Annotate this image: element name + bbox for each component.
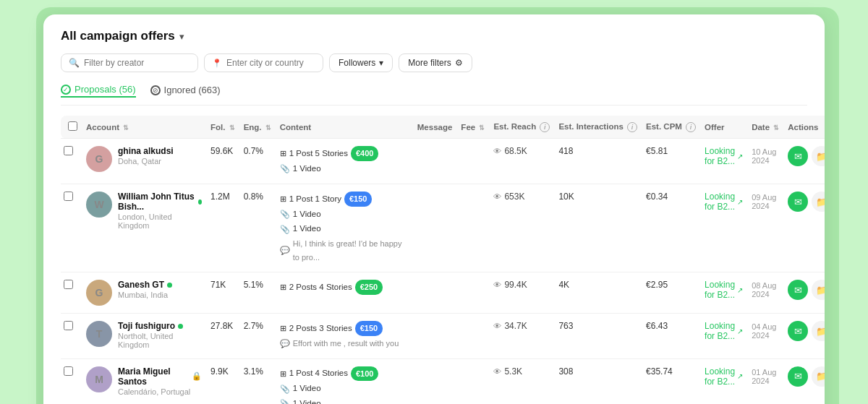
account-cell: W William John Titus Bish... London, Uni…	[86, 192, 202, 230]
content-line: 📎1 Video	[280, 222, 409, 236]
fee-cell	[456, 272, 489, 314]
filters-row: 🔍 📍 Followers ▾ More filters ⚙	[61, 53, 807, 72]
folder-action-button[interactable]: 📁	[812, 280, 825, 300]
content-text: 2 Posts 3 Stories	[289, 322, 352, 336]
engagement-value: 0.7%	[239, 139, 276, 184]
followers-filter-button[interactable]: Followers ▾	[329, 53, 393, 72]
offer-link[interactable]: Looking for B2... ↗	[705, 192, 743, 212]
table-row: M Maria Miguel Santos 🔒 Calendário, Port…	[61, 358, 825, 404]
actions-cell: ✉ 📁 ✕	[783, 314, 825, 358]
title-chevron-icon[interactable]: ▾	[179, 31, 184, 42]
fol-sort-icon[interactable]: ⇅	[229, 124, 235, 132]
table-body: G ghina alkudsi Doha, Qatar 59.6K0.7%⊞1 …	[61, 139, 825, 405]
select-all-checkbox[interactable]	[68, 121, 77, 131]
interactions-info-icon[interactable]: i	[627, 122, 637, 132]
message-action-button[interactable]: ✉	[788, 280, 808, 300]
account-location: Mumbai, India	[118, 291, 172, 299]
post-icon: ⊞	[280, 322, 286, 335]
ignored-tab-icon: ⊘	[150, 85, 161, 95]
actions-group: ✉ 📁 ✕	[788, 366, 825, 387]
content-line: 💬Effort with me , result with you	[280, 337, 409, 351]
message-action-button[interactable]: ✉	[788, 366, 808, 387]
message-icon: 💬	[280, 337, 290, 351]
more-filters-label: More filters	[408, 58, 451, 68]
proposals-tab-icon: ✓	[61, 85, 71, 95]
creator-input[interactable]	[84, 58, 190, 68]
followers-chevron-icon: ▾	[379, 58, 383, 68]
folder-action-button[interactable]: 📁	[812, 366, 825, 387]
followers-value: 71K	[206, 272, 239, 314]
followers-value: 1.2M	[206, 184, 239, 272]
offer-link[interactable]: Looking for B2... ↗	[705, 321, 743, 341]
post-icon: ⊞	[280, 147, 286, 160]
content-line: 💬Hi, I think is great! I'd be happy to p…	[280, 237, 409, 264]
followers-label: Followers	[339, 58, 375, 68]
message-action-button[interactable]: ✉	[788, 146, 808, 166]
actions-cell: ✉ 📁 ✕	[783, 358, 825, 404]
offer-link[interactable]: Looking for B2... ↗	[705, 280, 743, 300]
row-checkbox-1[interactable]	[64, 146, 73, 155]
avatar: M	[86, 366, 112, 392]
offer-cell: Looking for B2... ↗	[700, 139, 747, 184]
tab-proposals[interactable]: ✓ Proposals (56)	[61, 84, 136, 98]
fee-cell	[456, 314, 489, 358]
folder-action-button[interactable]: 📁	[812, 321, 825, 341]
reach-icon: 👁	[493, 192, 501, 201]
online-indicator	[167, 283, 172, 288]
price-badge: €250	[355, 280, 383, 295]
row-checkbox-5[interactable]	[64, 366, 73, 376]
reach-info-icon[interactable]: i	[540, 122, 550, 132]
eng-sort-icon[interactable]: ⇅	[265, 124, 271, 132]
content-text: 2 Posts 4 Stories	[289, 280, 352, 295]
offer-cell: Looking for B2... ↗	[700, 272, 747, 314]
content-line: 📎1 Video	[280, 207, 409, 222]
external-link-icon: ↗	[737, 152, 743, 160]
reach-icon: 👁	[493, 280, 501, 289]
filter-icon: ⚙	[455, 58, 463, 68]
price-badge: €100	[351, 366, 378, 382]
message-cell	[413, 139, 457, 184]
location-icon: 📍	[212, 59, 222, 68]
message-action-button[interactable]: ✉	[788, 192, 808, 212]
offer-link[interactable]: Looking for B2... ↗	[705, 366, 743, 387]
page-wrapper: All campaign offers ▾ 🔍 📍 Followers ▾ Mo…	[43, 14, 825, 404]
folder-action-button[interactable]: 📁	[812, 146, 825, 166]
tab-ignored[interactable]: ⊘ Ignored (663)	[150, 84, 221, 98]
row-checkbox-2[interactable]	[64, 192, 73, 201]
content-text: 1 Post 1 Story	[289, 192, 341, 207]
price-badge: €400	[351, 146, 378, 161]
est-cpm-cell: €5.81	[642, 139, 700, 184]
est-cpm-cell: €2.95	[642, 272, 700, 314]
content-text: 1 Video	[293, 222, 321, 236]
location-filter[interactable]: 📍	[204, 53, 323, 72]
account-name: Toji fushiguro	[118, 321, 202, 331]
actions-cell: ✉ 📁 ✕	[783, 139, 825, 184]
more-filters-button[interactable]: More filters ⚙	[399, 53, 472, 72]
row-checkbox-3[interactable]	[64, 280, 73, 289]
est-interactions-cell: 10K	[554, 184, 642, 272]
content-line: 📎1 Video	[280, 382, 409, 396]
offer-date: 10 Aug 2024	[752, 147, 779, 165]
followers-value: 27.8K	[206, 314, 239, 358]
col-message: Message	[413, 116, 457, 139]
date-sort-icon[interactable]: ⇅	[773, 124, 779, 132]
col-est-cpm: Est. CPM i	[642, 116, 700, 139]
offer-link[interactable]: Looking for B2... ↗	[705, 146, 743, 166]
reach-value: 👁34.7K	[493, 321, 550, 331]
row-checkbox-4[interactable]	[64, 321, 73, 330]
account-location: Calendário, Portugal	[118, 387, 202, 396]
account-location: Northolt, United Kingdom	[118, 332, 202, 349]
date-cell: 10 Aug 2024	[747, 139, 783, 184]
actions-group: ✉ 📁 ✕	[788, 321, 825, 341]
creator-filter[interactable]: 🔍	[61, 53, 198, 72]
account-sort-icon[interactable]: ⇅	[123, 124, 129, 132]
fee-cell	[456, 139, 489, 184]
message-action-button[interactable]: ✉	[788, 321, 808, 341]
date-cell: 01 Aug 2024	[747, 358, 783, 404]
location-input[interactable]	[226, 58, 315, 68]
est-reach-cell: 👁5.3K	[489, 358, 554, 404]
cpm-info-icon[interactable]: i	[686, 122, 696, 132]
fee-sort-icon[interactable]: ⇅	[479, 124, 485, 132]
folder-action-button[interactable]: 📁	[812, 192, 825, 212]
col-actions: Actions	[783, 116, 825, 139]
